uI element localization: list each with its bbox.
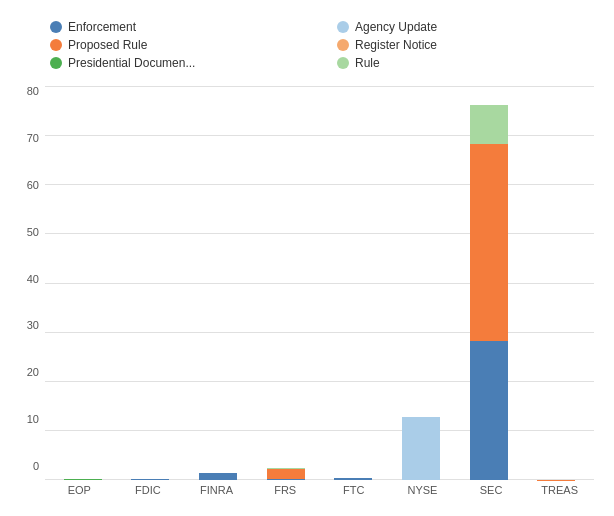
bar-segment-enforcement — [334, 478, 372, 480]
legend-label: Register Notice — [355, 38, 437, 52]
y-axis-label: 50 — [27, 227, 39, 238]
bar-stack — [199, 426, 237, 480]
legend-dot — [337, 21, 349, 33]
y-axis-label: 60 — [27, 180, 39, 191]
legend-dot — [50, 21, 62, 33]
legend-label: Agency Update — [355, 20, 437, 34]
chart-container: EnforcementAgency UpdateProposed RuleReg… — [0, 0, 614, 516]
legend-item-proposed-rule: Proposed Rule — [50, 38, 307, 52]
bar-group-nyse — [393, 86, 448, 480]
bars-area: EOPFDICFINRAFRSFTCNYSESECTREAS — [45, 86, 594, 496]
x-axis-label: TREAS — [532, 484, 587, 496]
y-axis-label: 0 — [33, 461, 39, 472]
x-axis-label: SEC — [464, 484, 519, 496]
bar-stack — [64, 465, 102, 480]
y-axis-label: 70 — [27, 133, 39, 144]
bar-segment-proposed-rule — [470, 144, 508, 341]
bar-group-eop — [55, 86, 110, 480]
x-axis-label: FDIC — [120, 484, 175, 496]
x-axis-label: FTC — [326, 484, 381, 496]
y-axis: 80706050403020100 — [10, 86, 45, 496]
bar-segment-proposed-rule — [267, 469, 305, 479]
y-axis-label: 20 — [27, 367, 39, 378]
x-axis-label: FINRA — [189, 484, 244, 496]
bar-segment-enforcement — [199, 473, 237, 480]
legend-item-rule: Rule — [337, 56, 594, 70]
chart-legend: EnforcementAgency UpdateProposed RuleReg… — [10, 20, 594, 70]
bar-stack — [470, 96, 508, 480]
bar-stack — [131, 460, 169, 480]
bar-segment-enforcement — [267, 479, 305, 480]
legend-label: Enforcement — [68, 20, 136, 34]
legend-label: Rule — [355, 56, 380, 70]
bar-segment-rule — [470, 105, 508, 143]
legend-dot — [337, 39, 349, 51]
bar-group-finra — [191, 86, 246, 480]
bar-group-sec — [461, 86, 516, 480]
legend-item-presidential-documen...: Presidential Documen... — [50, 56, 307, 70]
bars-row — [45, 86, 594, 480]
bar-segment-presidential-document — [64, 479, 102, 480]
bar-stack — [537, 470, 575, 480]
y-axis-label: 40 — [27, 274, 39, 285]
grid-and-bars — [45, 86, 594, 480]
legend-item-register-notice: Register Notice — [337, 38, 594, 52]
legend-dot — [337, 57, 349, 69]
bar-group-fdic — [123, 86, 178, 480]
bar-segment-enforcement — [470, 341, 508, 480]
legend-item-enforcement: Enforcement — [50, 20, 307, 34]
x-axis-label: EOP — [52, 484, 107, 496]
y-axis-label: 80 — [27, 86, 39, 97]
x-axis: EOPFDICFINRAFRSFTCNYSESECTREAS — [45, 484, 594, 496]
legend-label: Proposed Rule — [68, 38, 147, 52]
legend-dot — [50, 57, 62, 69]
bar-group-frs — [258, 86, 313, 480]
bar-stack — [402, 322, 440, 480]
bar-group-treas — [529, 86, 584, 480]
chart-area: 80706050403020100 EOPFDICFINRAFRSFTCNYSE… — [10, 86, 594, 496]
bar-stack — [267, 411, 305, 480]
legend-label: Presidential Documen... — [68, 56, 195, 70]
legend-item-agency-update: Agency Update — [337, 20, 594, 34]
bar-stack — [334, 450, 372, 480]
y-axis-label: 30 — [27, 320, 39, 331]
x-axis-label: NYSE — [395, 484, 450, 496]
bar-segment-agency-update — [402, 417, 440, 480]
bar-segment-enforcement — [131, 479, 169, 480]
legend-dot — [50, 39, 62, 51]
bar-group-ftc — [326, 86, 381, 480]
y-axis-label: 10 — [27, 414, 39, 425]
x-axis-label: FRS — [258, 484, 313, 496]
